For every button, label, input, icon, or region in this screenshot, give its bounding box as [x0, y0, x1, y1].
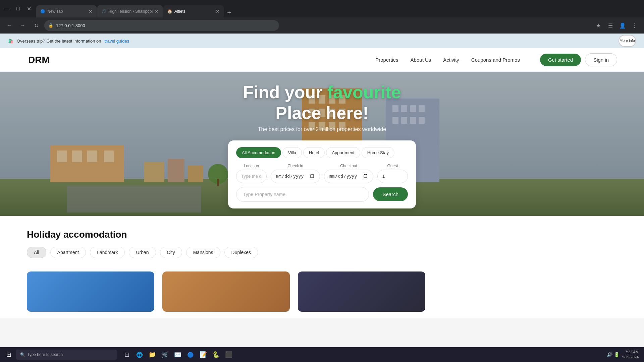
main-nav: Properties About Us Activity Coupons and…	[375, 57, 520, 63]
minimize-btn[interactable]: —	[3, 4, 12, 13]
website-content: 🛍️ Overseas trip? Get the latest informa…	[0, 34, 644, 318]
property-cards-row	[0, 265, 644, 318]
browser-toolbar: ← → ↻ 🔒 127.0.0.1:8000 ★ ☰ 👤 ⋮	[0, 17, 644, 34]
hero-title-highlight: favourite	[327, 82, 401, 102]
tab-label-ht: High Tension • Shallipopi	[108, 9, 153, 14]
cat-landmark[interactable]: Landmark	[90, 247, 125, 258]
cat-city[interactable]: City	[160, 247, 182, 258]
tab-close-ht[interactable]: ✕	[155, 9, 159, 14]
tab-bar: 🔵 New Tab ✕ 🎵 High Tension • Shallipopi …	[36, 0, 641, 17]
tab-appartment[interactable]: Appartment	[326, 147, 360, 158]
nav-coupons[interactable]: Coupons and Promos	[471, 57, 520, 63]
tab-high-tension[interactable]: 🎵 High Tension • Shallipopi ✕	[97, 5, 163, 17]
category-filters: All Apartment Landmark Urban City Mansio…	[27, 247, 617, 258]
section-title: Holiday accomodation	[27, 229, 617, 240]
tab-home-stay[interactable]: Home Stay	[362, 147, 394, 158]
hero-title-part1: Find your	[243, 82, 327, 102]
checkin-input[interactable]	[271, 170, 320, 183]
nav-about-us[interactable]: About Us	[411, 57, 431, 63]
cat-all[interactable]: All	[27, 247, 46, 258]
tab-hotel[interactable]: Hotel	[303, 147, 325, 158]
holiday-section: Holiday accomodation All Apartment Landm…	[0, 216, 644, 265]
tab-favicon-altlets: 🏠	[167, 9, 172, 14]
site-logo: DRM	[27, 53, 44, 67]
location-label: Location	[236, 164, 267, 168]
address-bar[interactable]: 🔒 127.0.0.1:8000	[44, 20, 279, 31]
guest-input[interactable]: 1	[377, 170, 408, 183]
cat-urban[interactable]: Urban	[129, 247, 156, 258]
tab-all-accommodation[interactable]: All Accomodation	[236, 147, 281, 158]
nav-actions: Get started Sign in	[540, 53, 617, 66]
back-button[interactable]: ←	[4, 20, 15, 31]
guest-label: Guest	[377, 164, 408, 168]
cat-mansions[interactable]: Mansions	[186, 247, 220, 258]
tab-label-new: New Tab	[47, 9, 63, 14]
notification-icon: 🛍️	[8, 39, 13, 44]
accommodation-tabs: All Accomodation Villa Hotel Appartment …	[236, 147, 408, 158]
notification-link[interactable]: travel guides	[104, 39, 129, 44]
bookmark-button[interactable]: ★	[593, 20, 604, 31]
more-button[interactable]: ⋮	[629, 20, 640, 31]
property-name-input[interactable]	[236, 187, 369, 202]
browser-window-controls[interactable]: — □ ✕	[3, 4, 34, 13]
tab-villa[interactable]: Villa	[282, 147, 302, 158]
search-card: All Accomodation Villa Hotel Appartment …	[228, 140, 416, 208]
close-btn[interactable]: ✕	[24, 4, 34, 13]
tab-favicon-new: 🔵	[40, 9, 45, 14]
maximize-btn[interactable]: □	[13, 4, 23, 13]
checkout-label: Checkout	[324, 164, 373, 168]
location-input[interactable]	[236, 170, 267, 183]
checkout-input[interactable]	[324, 170, 373, 183]
profile-button[interactable]: 👤	[617, 20, 628, 31]
cat-duplexes[interactable]: Duplexes	[224, 247, 258, 258]
search-button[interactable]: Search	[373, 187, 408, 201]
property-card-3[interactable]	[298, 272, 425, 312]
location-field: Location	[236, 164, 267, 183]
guest-field: Guest 1	[377, 164, 408, 183]
cat-apartment[interactable]: Apartment	[50, 247, 86, 258]
tab-label-altlets: Altlets	[174, 9, 185, 14]
extensions-button[interactable]: ☰	[605, 20, 616, 31]
tab-close-altlets[interactable]: ✕	[216, 9, 220, 14]
property-card-2[interactable]	[162, 272, 290, 312]
logo-text: DRM	[28, 55, 50, 65]
tab-altlets[interactable]: 🏠 Altlets ✕	[163, 5, 224, 17]
forward-button[interactable]: →	[17, 20, 28, 31]
checkout-field: Checkout	[324, 164, 373, 183]
tab-close-new[interactable]: ✕	[89, 9, 93, 14]
search-fields: Location Check in Checkout Guest 1	[236, 164, 408, 183]
sign-in-button[interactable]: Sign in	[585, 53, 617, 66]
site-header: DRM Properties About Us Activity Coupons…	[0, 48, 644, 72]
notification-bar: 🛍️ Overseas trip? Get the latest informa…	[0, 34, 644, 48]
hero-title-part2: Place here!	[275, 103, 369, 123]
nav-activity[interactable]: Activity	[443, 57, 459, 63]
hero-content: Find your favourite Place here! The best…	[0, 72, 644, 216]
browser-chrome: — □ ✕ 🔵 New Tab ✕ 🎵 High Tension • Shall…	[0, 0, 644, 17]
lock-icon: 🔒	[48, 23, 53, 28]
new-tab-button[interactable]: +	[224, 8, 234, 17]
tab-new-tab[interactable]: 🔵 New Tab ✕	[36, 5, 97, 17]
nav-properties[interactable]: Properties	[375, 57, 398, 63]
hero-section: Find your favourite Place here! The best…	[0, 72, 644, 216]
hero-title: Find your favourite Place here!	[243, 82, 401, 124]
browser-actions: ★ ☰ 👤 ⋮	[593, 20, 640, 31]
checkin-label: Check in	[271, 164, 320, 168]
tab-favicon-ht: 🎵	[101, 9, 106, 14]
reload-button[interactable]: ↻	[31, 20, 42, 31]
more-info-button[interactable]: More info	[619, 35, 636, 47]
checkin-field: Check in	[271, 164, 320, 183]
get-started-button[interactable]: Get started	[540, 54, 581, 66]
search-bottom: Search	[236, 187, 408, 202]
hero-subtitle: The best prices for over 2 million prope…	[258, 126, 386, 132]
notification-text: Overseas trip? Get the latest informatio…	[17, 39, 101, 44]
property-card-1[interactable]	[27, 272, 154, 312]
address-text: 127.0.0.1:8000	[56, 23, 85, 28]
